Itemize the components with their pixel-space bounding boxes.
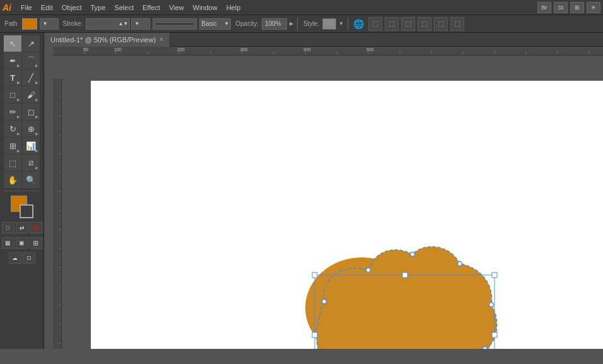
main-area: ↖ ↗ ✒▶ ⌒▶ T▶ ╱▶ □▶ 🖌▶ ✏▶ ◻▶ ↻▶ ⊕▶ ⊞▶ [0, 33, 603, 349]
menu-bar: Ai File Edit Object Type Select Effect V… [0, 0, 603, 15]
style-group: Style: ▼ [302, 18, 344, 30]
handle-top-left[interactable] [312, 273, 317, 278]
slice-tool[interactable]: ⧄▶ [22, 155, 40, 171]
fill-dropdown[interactable]: ▼ [40, 18, 59, 30]
svg-text:400: 400 [303, 47, 311, 52]
menu-object[interactable]: Object [57, 3, 86, 13]
toolbar-divider-1 [297, 18, 298, 30]
swap-colors-icon[interactable]: ⇄ [16, 222, 28, 233]
bridge-icon[interactable]: Br [537, 2, 551, 13]
menu-select[interactable]: Select [110, 3, 138, 13]
menu-file[interactable]: File [16, 3, 37, 13]
tool-row-pen: ✒▶ ⌒▶ [0, 52, 44, 69]
line-style-preview[interactable] [153, 18, 197, 30]
tool-row-pencil: ✏▶ ◻▶ [0, 103, 44, 120]
warp-tool[interactable]: ⊕▶ [22, 120, 40, 137]
stroke-selector[interactable]: ▼ [131, 18, 150, 30]
drawing-area[interactable] [53, 56, 603, 349]
symbol-tool[interactable]: ⊞▶ [4, 138, 21, 154]
toolbox-colors: □ ⇄ ⊘ ▩ ▣ ⊞ ☁ ⊡ [2, 196, 42, 264]
fullscreen-icon[interactable]: ⊡ [23, 252, 35, 264]
tool-row-transform: ↻▶ ⊕▶ [0, 120, 44, 137]
left-toolbox: ↖ ↗ ✒▶ ⌒▶ T▶ ╱▶ □▶ 🖌▶ ✏▶ ◻▶ ↻▶ ⊕▶ ⊞▶ [0, 33, 44, 349]
svg-point-50 [366, 268, 371, 273]
paintbrush-tool[interactable]: 🖌▶ [22, 86, 40, 103]
eraser-tool[interactable]: ◻▶ [22, 103, 40, 120]
graph-tool[interactable]: 📊▶ [22, 138, 40, 154]
toolbox-view-icons: ☁ ⊡ [9, 252, 35, 264]
align-btn-2[interactable]: ⬚ [385, 17, 399, 31]
menu-window[interactable]: Window [189, 3, 222, 13]
tool-row-artboard: ⬚ ⧄▶ [0, 155, 44, 171]
style-select[interactable]: Basic ▼ [199, 18, 231, 30]
align-btn-5[interactable]: ⬚ [434, 17, 448, 31]
artboard-tool[interactable]: ⬚ [4, 155, 21, 171]
align-btn-1[interactable]: ⬚ [368, 17, 382, 31]
pencil-tool[interactable]: ✏▶ [4, 103, 21, 120]
toolbar: Path ▼ Stroke: ▲▼ ▼ Basic ▼ Opacity: 100… [0, 15, 603, 33]
burst-icon[interactable]: ✳ [587, 2, 600, 13]
horizontal-ruler: 50 100 200 300 400 500 [53, 47, 603, 56]
gradient-mode-icon[interactable]: ▣ [16, 237, 28, 249]
type-tool[interactable]: T▶ [4, 69, 21, 86]
stroke-dropdown[interactable]: ▲▼ [86, 18, 130, 30]
stroke-swatch[interactable] [20, 204, 33, 218]
toolbox-bottom-icons: □ ⇄ ⊘ [2, 222, 42, 233]
style-color-box[interactable] [322, 18, 336, 30]
tab-title: Untitled-1* @ 50% (RGB/Preview) [50, 36, 156, 44]
none-icon[interactable]: ⊘ [30, 222, 42, 233]
rotate-tool[interactable]: ↻▶ [4, 120, 21, 137]
menu-view[interactable]: View [165, 3, 189, 13]
line-tool[interactable]: ╱▶ [22, 69, 40, 86]
svg-text:300: 300 [240, 47, 248, 52]
hand-tool[interactable]: ✋ [4, 172, 21, 188]
fill-mode-icon[interactable]: ▩ [2, 237, 15, 249]
align-btn-6[interactable]: ⬚ [450, 17, 464, 31]
globe-icon[interactable]: 🌐 [352, 17, 366, 31]
fill-color-box[interactable] [22, 18, 37, 30]
svg-point-54 [483, 347, 488, 349]
svg-point-49 [322, 300, 327, 304]
shape-group[interactable] [305, 247, 497, 349]
handle-top-right[interactable] [492, 273, 497, 278]
opacity-group: Opacity: 100% ▶ [233, 18, 293, 30]
toolbox-divider [4, 191, 40, 191]
svg-text:50: 50 [83, 47, 88, 52]
canvas-area[interactable]: Untitled-1* @ 50% (RGB/Preview) × 50 100… [44, 33, 603, 349]
align-btn-4[interactable]: ⬚ [418, 17, 431, 31]
tool-row-selection: ↖ ↗ [0, 35, 44, 52]
tool-row-symbol: ⊞▶ 📊▶ [0, 138, 44, 154]
tab-close-button[interactable]: × [160, 36, 163, 43]
svg-point-53 [489, 303, 494, 307]
svg-text:500: 500 [366, 47, 374, 52]
opacity-input[interactable]: 100% [262, 18, 287, 30]
stock-icon[interactable]: St [554, 2, 568, 13]
stroke-label: Stroke: [61, 20, 85, 27]
menu-edit[interactable]: Edit [37, 3, 57, 13]
rectangle-tool[interactable]: □▶ [4, 86, 21, 103]
handle-middle-left[interactable] [312, 332, 317, 338]
menu-type[interactable]: Type [86, 3, 110, 13]
normal-mode-icon[interactable]: ☁ [9, 252, 21, 264]
toolbar-divider-2 [348, 18, 348, 30]
handle-middle-right[interactable] [492, 332, 497, 338]
align-btn-3[interactable]: ⬚ [401, 17, 415, 31]
tab-bar: Untitled-1* @ 50% (RGB/Preview) × [44, 33, 603, 47]
zoom-tool[interactable]: 🔍 [22, 172, 40, 188]
curvature-tool[interactable]: ⌒▶ [22, 52, 40, 69]
svg-point-51 [411, 252, 415, 257]
svg-text:200: 200 [177, 47, 185, 52]
default-colors-icon[interactable]: □ [2, 222, 15, 233]
menu-help[interactable]: Help [222, 3, 245, 13]
selection-tool[interactable]: ↖ [4, 35, 21, 52]
direct-selection-tool[interactable]: ↗ [22, 35, 40, 52]
pen-tool[interactable]: ✒▶ [4, 52, 21, 69]
svg-point-52 [458, 262, 462, 266]
workspace-icon[interactable]: ⊞ [570, 2, 584, 13]
canvas-svg [53, 56, 603, 349]
menu-effect[interactable]: Effect [138, 3, 165, 13]
handle-top-middle[interactable] [402, 273, 407, 278]
document-tab[interactable]: Untitled-1* @ 50% (RGB/Preview) × [44, 33, 170, 47]
path-label: Path [3, 20, 20, 27]
pattern-mode-icon[interactable]: ⊞ [30, 237, 42, 249]
